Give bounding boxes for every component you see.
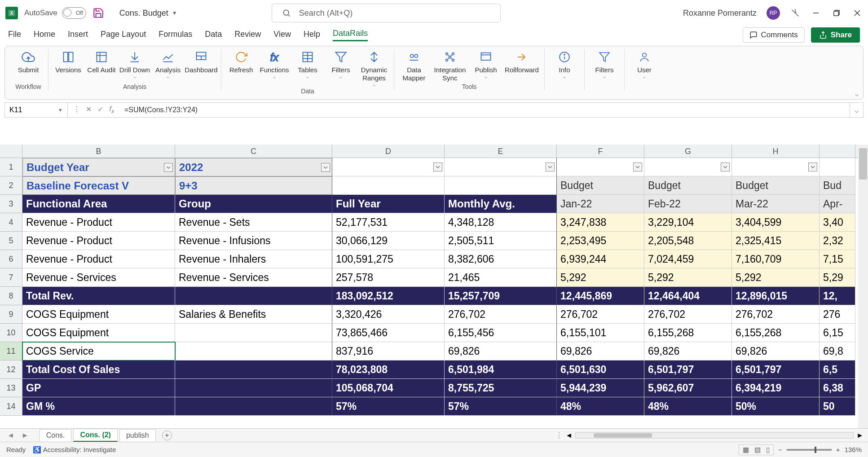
autosave-toggle[interactable]: Off	[62, 7, 86, 19]
col-header[interactable]: E	[445, 145, 557, 158]
formula-cancel-icon[interactable]: ✕	[84, 105, 93, 114]
row-header[interactable]: 11	[0, 342, 22, 360]
zoom-out-icon[interactable]: −	[778, 446, 782, 453]
tab-formulas[interactable]: Formulas	[159, 30, 192, 41]
row-header[interactable]: 13	[0, 379, 22, 397]
formula-menu-icon[interactable]: ⋮	[72, 105, 81, 114]
row-header[interactable]: 12	[0, 360, 22, 379]
zoom-level[interactable]: 136%	[845, 446, 862, 453]
table-row[interactable]: 13GP105,068,7048,755,7255,944,2395,962,6…	[0, 379, 858, 397]
versions-button[interactable]: Versions	[52, 49, 84, 79]
row-header[interactable]: 7	[0, 268, 22, 287]
cell-audit-button[interactable]: Cell Audit	[85, 49, 118, 79]
horizontal-scrollbar[interactable]	[575, 432, 854, 439]
filters2-button[interactable]: Filters⌵	[588, 49, 621, 79]
submit-button[interactable]: Submit	[12, 49, 44, 74]
integration-sync-button[interactable]: Integration Sync	[431, 49, 469, 82]
name-box[interactable]: K11▼	[5, 103, 68, 117]
table-row[interactable]: 8Total Rev.183,092,51215,257,70912,445,8…	[0, 287, 858, 305]
chevron-down-icon[interactable]: ▼	[172, 10, 177, 16]
user-name[interactable]: Roxanne Pomerantz	[683, 9, 757, 18]
functions-button[interactable]: fxFunctions⌵	[258, 49, 291, 88]
accessibility-status[interactable]: ♿ Accessibility: Investigate	[33, 446, 116, 454]
filters-button[interactable]: Filters⌵	[325, 49, 357, 88]
tab-review[interactable]: Review	[234, 30, 261, 41]
tab-file[interactable]: File	[8, 30, 21, 41]
ribbon-collapse-icon[interactable]: ⌵	[855, 90, 859, 97]
dashboard-button[interactable]: Dashboard	[185, 49, 217, 79]
row-header[interactable]: 14	[0, 397, 22, 416]
row-header[interactable]: 2	[0, 176, 22, 195]
tab-data[interactable]: Data	[205, 30, 222, 41]
save-icon[interactable]	[93, 7, 104, 19]
table-row[interactable]: 5Revenue - ProductRevenue - Infusions30,…	[0, 232, 858, 250]
sheet-tab[interactable]: publish	[119, 429, 156, 441]
scroll-right-icon[interactable]: ►	[856, 431, 864, 439]
row-header[interactable]: 8	[0, 287, 22, 305]
row-header[interactable]: 6	[0, 250, 22, 268]
tab-insert[interactable]: Insert	[68, 30, 88, 41]
drill-down-button[interactable]: Drill Down⌵	[119, 49, 151, 79]
document-title[interactable]: Cons. Budget	[119, 9, 168, 18]
search-input[interactable]: Search (Alt+Q)	[272, 4, 501, 22]
share-button[interactable]: Share	[811, 27, 860, 43]
tab-page-layout[interactable]: Page Layout	[101, 30, 146, 41]
sheet-nav-next[interactable]: ►	[19, 431, 31, 439]
close-button[interactable]	[852, 8, 863, 18]
col-header[interactable]	[820, 145, 855, 158]
formula-accept-icon[interactable]: ✓	[96, 105, 105, 114]
refresh-button[interactable]: Refresh	[225, 49, 257, 88]
comments-button[interactable]: Comments	[743, 27, 805, 43]
tab-datarails[interactable]: DataRails	[333, 29, 368, 41]
dynamic-ranges-button[interactable]: Dynamic Ranges⌵	[358, 49, 390, 88]
zoom-slider[interactable]	[787, 449, 832, 451]
excel-app-icon[interactable]: X	[5, 7, 18, 19]
vertical-scrollbar[interactable]	[858, 145, 868, 428]
view-page-layout-icon[interactable]: ▤	[754, 446, 761, 454]
spreadsheet-grid[interactable]: BCDEFGH1Budget Year20222Baseline Forecas…	[0, 145, 858, 428]
select-all-corner[interactable]	[0, 145, 22, 158]
col-header[interactable]: C	[175, 145, 332, 158]
row-header[interactable]: 5	[0, 232, 22, 250]
table-row[interactable]: 11COGS Service837,91669,82669,82669,8266…	[0, 342, 858, 360]
mic-icon[interactable]	[790, 8, 801, 18]
col-header[interactable]: D	[332, 145, 445, 158]
col-header[interactable]: F	[557, 145, 644, 158]
row-header[interactable]: 4	[0, 213, 22, 232]
sheet-tab[interactable]: Cons. (2)	[73, 429, 117, 442]
table-row[interactable]: 9COGS EquipmentSalaries & Benefits3,320,…	[0, 305, 858, 324]
sheet-nav-prev[interactable]: ◄	[4, 431, 17, 439]
publish-button[interactable]: Publish⌵	[470, 49, 502, 82]
zoom-in-icon[interactable]: +	[836, 446, 840, 453]
tab-help[interactable]: Help	[304, 30, 320, 41]
formula-expand-icon[interactable]: ⌵	[850, 103, 863, 117]
tables-button[interactable]: Tables⌵	[291, 49, 324, 88]
col-header[interactable]: B	[22, 145, 175, 158]
data-mapper-button[interactable]: Data Mapper	[398, 49, 430, 82]
restore-button[interactable]	[831, 8, 842, 18]
row-header[interactable]: 1	[0, 158, 22, 176]
row-header[interactable]: 9	[0, 305, 22, 324]
scroll-left-icon[interactable]: ◄	[565, 431, 573, 439]
function-icon[interactable]: fx	[107, 105, 116, 114]
col-header[interactable]: G	[644, 145, 732, 158]
table-row[interactable]: 7Revenue - ServicesRevenue - Services257…	[0, 268, 858, 287]
row-header[interactable]: 3	[0, 195, 22, 213]
minimize-button[interactable]	[811, 8, 821, 18]
formula-input[interactable]: =SUM(Cons.!Y23:Y24)	[121, 106, 850, 114]
tab-view[interactable]: View	[273, 30, 291, 41]
avatar[interactable]: RP	[767, 6, 780, 20]
sheet-tab[interactable]: Cons.	[40, 429, 72, 441]
table-row[interactable]: 4Revenue - ProductRevenue - Sets52,177,5…	[0, 213, 858, 232]
table-row[interactable]: 6Revenue - ProductRevenue - Inhalers100,…	[0, 250, 858, 268]
info-button[interactable]: Info⌵	[548, 49, 581, 79]
col-header[interactable]: H	[732, 145, 820, 158]
analysis-button[interactable]: Analysis⌵	[152, 49, 184, 79]
add-sheet-button[interactable]: +	[162, 431, 172, 440]
view-page-break-icon[interactable]: ▯	[766, 446, 770, 454]
scroll-menu-icon[interactable]: ⋮	[555, 431, 563, 439]
rollforward-button[interactable]: Rollforward	[503, 49, 541, 82]
table-row[interactable]: 12Total Cost Of Sales78,023,8086,501,984…	[0, 360, 858, 379]
table-row[interactable]: 14GM %57%57%48%48%50%50	[0, 397, 858, 416]
row-header[interactable]: 10	[0, 324, 22, 342]
